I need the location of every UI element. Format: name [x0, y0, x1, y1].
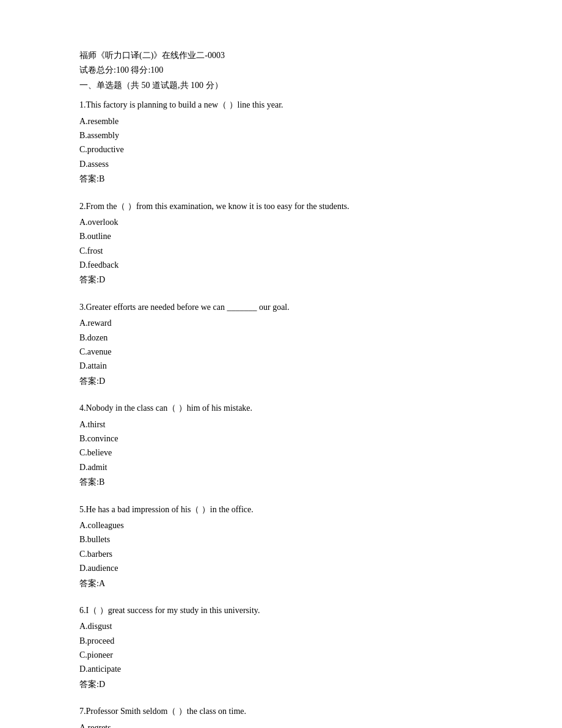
question-5-option-1: B.bullets: [79, 533, 483, 546]
question-5-option-3: D.audience: [79, 562, 483, 575]
question-1-option-0: A.resemble: [79, 115, 483, 128]
question-4-text: 4.Nobody in the class can（ ）him of his m…: [79, 402, 483, 415]
question-4-answer: 答案:B: [79, 476, 483, 489]
question-3-option-0: A.reward: [79, 317, 483, 330]
question-4-option-1: B.convince: [79, 432, 483, 446]
question-3-answer: 答案:D: [79, 375, 483, 388]
question-6-text: 6.I（ ）great success for my study in this…: [79, 604, 483, 617]
question-2-option-0: A.overlook: [79, 216, 483, 229]
question-5-text: 5.He has a bad impression of his（ ）in th…: [79, 503, 483, 517]
question-1-option-1: B.assembly: [79, 129, 483, 142]
question-1: 1.This factory is planning to build a ne…: [79, 98, 483, 186]
question-5-answer: 答案:A: [79, 577, 483, 590]
question-4-option-3: D.admit: [79, 461, 483, 474]
question-4-option-2: C.believe: [79, 446, 483, 460]
score-info: 试卷总分:100 得分:100: [79, 64, 483, 77]
question-4-option-0: A.thirst: [79, 418, 483, 432]
question-2-option-3: D.feedback: [79, 259, 483, 272]
question-3: 3.Greater efforts are needed before we c…: [79, 301, 483, 388]
header: 福师《听力口译(二)》在线作业二-0003 试卷总分:100 得分:100 一、…: [79, 49, 483, 92]
question-2-answer: 答案:D: [79, 273, 483, 287]
question-6-answer: 答案:D: [79, 678, 483, 691]
questions-container: 1.This factory is planning to build a ne…: [79, 98, 483, 728]
question-5-option-2: C.barbers: [79, 548, 483, 561]
question-6-option-0: A.disgust: [79, 620, 483, 633]
question-3-option-3: D.attain: [79, 359, 483, 373]
question-1-option-2: C.productive: [79, 143, 483, 156]
question-6-option-2: C.pioneer: [79, 649, 483, 662]
question-3-option-1: B.dozen: [79, 331, 483, 345]
exam-title: 福师《听力口译(二)》在线作业二-0003: [79, 49, 483, 62]
question-3-option-2: C.avenue: [79, 345, 483, 359]
question-7-text: 7.Professor Smith seldom（ ）the class on …: [79, 705, 483, 718]
question-6-option-3: D.anticipate: [79, 663, 483, 676]
question-1-option-3: D.assess: [79, 158, 483, 171]
question-2-option-1: B.outline: [79, 230, 483, 243]
section-title: 一、单选题（共 50 道试题,共 100 分）: [79, 79, 483, 92]
question-2: 2.From the（ ）from this examination, we k…: [79, 200, 483, 287]
question-5: 5.He has a bad impression of his（ ）in th…: [79, 503, 483, 590]
question-2-text: 2.From the（ ）from this examination, we k…: [79, 200, 483, 213]
question-2-option-2: C.frost: [79, 245, 483, 258]
question-6: 6.I（ ）great success for my study in this…: [79, 604, 483, 691]
question-6-option-1: B.proceed: [79, 634, 483, 648]
question-4: 4.Nobody in the class can（ ）him of his m…: [79, 402, 483, 489]
question-1-text: 1.This factory is planning to build a ne…: [79, 98, 483, 112]
question-3-text: 3.Greater efforts are needed before we c…: [79, 301, 483, 314]
question-5-option-0: A.colleagues: [79, 519, 483, 532]
question-7: 7.Professor Smith seldom（ ）the class on …: [79, 705, 483, 728]
question-7-option-0: A.regrets: [79, 721, 483, 728]
question-1-answer: 答案:B: [79, 172, 483, 186]
